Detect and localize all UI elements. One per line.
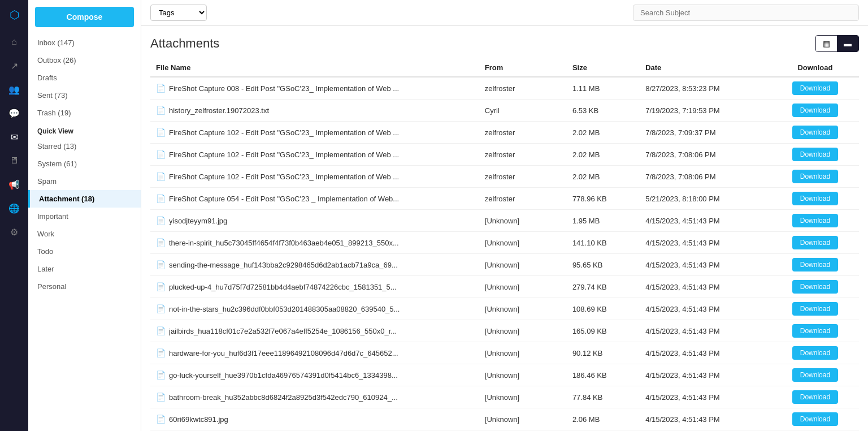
file-icon: 📄 [156, 216, 166, 225]
file-name-text: go-luck-yourself_hue3970b1cfda4697657439… [169, 371, 398, 380]
file-name-cell: 📄FireShot Capture 102 - Edit Post "GSoC'… [150, 144, 479, 166]
download-button[interactable]: Download [792, 236, 838, 249]
size-cell: 2.06 MB [567, 408, 640, 430]
download-cell: Download [771, 166, 859, 188]
size-cell: 77.84 KB [567, 386, 640, 408]
sidebar-item-important[interactable]: Important [28, 208, 141, 225]
nav-settings-icon[interactable]: ⚙ [4, 222, 24, 242]
file-name-text: not-in-the-stars_hu2c396ddf0bbf053d20148… [169, 305, 400, 313]
download-cell: Download [771, 408, 859, 430]
file-name-text: jailbirds_hua118cf01c7e2a532f7e067a4eff5… [169, 327, 397, 335]
file-name-text: FireShot Capture 008 - Edit Post "GSoC'2… [169, 84, 399, 93]
table-row: 📄FireShot Capture 008 - Edit Post "GSoC'… [150, 77, 859, 100]
sidebar-item-personal[interactable]: Personal [28, 278, 141, 295]
download-cell: Download [771, 298, 859, 320]
download-button[interactable]: Download [792, 280, 838, 294]
sidebar-item-work[interactable]: Work [28, 225, 141, 243]
download-cell: Download [771, 276, 859, 298]
size-cell: 2.02 MB [567, 166, 640, 188]
download-cell: Download [771, 188, 859, 210]
sidebar-item-trash[interactable]: Trash (19) [28, 104, 141, 122]
file-name-cell: 📄go-luck-yourself_hue3970b1cfda469765743… [150, 364, 479, 386]
table-row: 📄yisodjteyym91.jpg[Unknown]1.95 MB4/15/2… [150, 210, 859, 232]
from-cell: [Unknown] [479, 298, 567, 320]
sidebar: Compose Inbox (147) Outbox (26) Drafts S… [28, 0, 141, 431]
nav-mail-icon[interactable]: ✉ [4, 127, 24, 147]
download-button[interactable]: Download [792, 390, 838, 404]
sidebar-item-attachment[interactable]: Attachment (18) [28, 190, 141, 208]
nav-share-icon[interactable]: ↗ [4, 55, 24, 76]
date-cell: 4/15/2023, 4:51:43 PM [640, 342, 771, 364]
size-cell: 165.09 KB [567, 320, 640, 342]
size-cell: 279.74 KB [567, 276, 640, 298]
sidebar-item-system[interactable]: System (61) [28, 155, 141, 173]
sidebar-item-inbox[interactable]: Inbox (147) [28, 34, 141, 51]
table-row: 📄FireShot Capture 054 - Edit Post "GSoC'… [150, 188, 859, 210]
file-name-text: history_zelfroster.19072023.txt [169, 106, 269, 115]
nav-globe-icon[interactable]: 🌐 [4, 198, 24, 218]
col-header-size: Size [567, 59, 640, 77]
download-cell: Download [771, 77, 859, 100]
download-button[interactable]: Download [792, 81, 838, 95]
app-logo: ⬡ [5, 6, 23, 24]
download-button[interactable]: Download [792, 148, 838, 161]
download-button[interactable]: Download [792, 412, 838, 426]
sidebar-item-todo[interactable]: Todo [28, 243, 141, 260]
download-button[interactable]: Download [792, 126, 838, 139]
sidebar-item-spam[interactable]: Spam [28, 173, 141, 190]
main-area: Tags Attachments ▦ ▬ File Name From Size… [141, 0, 868, 431]
file-icon: 📄 [156, 194, 166, 203]
download-button[interactable]: Download [792, 368, 838, 382]
tags-dropdown[interactable]: Tags [150, 5, 207, 21]
file-icon: 📄 [156, 172, 166, 181]
table-row: 📄hardware-for-you_huf6d3f17eee1189649210… [150, 342, 859, 364]
download-button[interactable]: Download [792, 104, 838, 117]
sidebar-item-starred[interactable]: Starred (13) [28, 137, 141, 155]
search-input[interactable] [633, 5, 859, 21]
nav-screen-icon[interactable]: 🖥 [4, 150, 24, 171]
list-view-button[interactable]: ▬ [837, 36, 858, 51]
date-cell: 4/15/2023, 4:51:43 PM [640, 408, 771, 430]
file-name-cell: 📄FireShot Capture 102 - Edit Post "GSoC'… [150, 122, 479, 144]
download-button[interactable]: Download [792, 192, 838, 205]
download-button[interactable]: Download [792, 214, 838, 227]
table-row: 📄there-in-spirit_hu5c73045ff4654f4f73f0b… [150, 232, 859, 254]
file-name-cell: 📄FireShot Capture 102 - Edit Post "GSoC'… [150, 166, 479, 188]
compose-button[interactable]: Compose [35, 7, 134, 27]
download-cell: Download [771, 232, 859, 254]
nav-chat-icon[interactable]: 💬 [4, 103, 24, 123]
file-name-cell: 📄60ri69kwtc891.jpg [150, 408, 479, 430]
download-button[interactable]: Download [792, 258, 838, 271]
nav-home-icon[interactable]: ⌂ [4, 32, 24, 52]
from-cell: [Unknown] [479, 386, 567, 408]
sidebar-item-drafts[interactable]: Drafts [28, 69, 141, 87]
download-button[interactable]: Download [792, 302, 838, 316]
grid-view-button[interactable]: ▦ [816, 36, 837, 51]
sidebar-item-sent[interactable]: Sent (73) [28, 87, 141, 104]
size-cell: 2.02 MB [567, 122, 640, 144]
nav-megaphone-icon[interactable]: 📢 [4, 174, 24, 195]
date-cell: 4/15/2023, 4:51:43 PM [640, 320, 771, 342]
file-name-text: FireShot Capture 102 - Edit Post "GSoC'2… [169, 150, 399, 159]
download-button[interactable]: Download [792, 170, 838, 183]
file-icon: 📄 [156, 106, 166, 115]
download-button[interactable]: Download [792, 346, 838, 360]
from-cell: [Unknown] [479, 232, 567, 254]
file-icon: 📄 [156, 150, 166, 159]
date-cell: 7/8/2023, 7:08:06 PM [640, 144, 771, 166]
download-cell: Download [771, 254, 859, 276]
file-name-cell: 📄history_zelfroster.19072023.txt [150, 100, 479, 122]
from-cell: [Unknown] [479, 320, 567, 342]
sidebar-item-later[interactable]: Later [28, 260, 141, 278]
date-cell: 5/21/2023, 8:18:00 PM [640, 188, 771, 210]
from-cell: zelfroster [479, 166, 567, 188]
download-button[interactable]: Download [792, 324, 838, 338]
nav-users-icon[interactable]: 👥 [4, 79, 24, 100]
download-cell: Download [771, 386, 859, 408]
sidebar-item-outbox[interactable]: Outbox (26) [28, 51, 141, 69]
file-icon: 📄 [156, 348, 166, 357]
size-cell: 90.12 KB [567, 342, 640, 364]
attachments-table: File Name From Size Date Download 📄FireS… [150, 59, 859, 431]
file-name-cell: 📄FireShot Capture 054 - Edit Post "GSoC'… [150, 188, 479, 210]
file-icon: 📄 [156, 415, 166, 424]
